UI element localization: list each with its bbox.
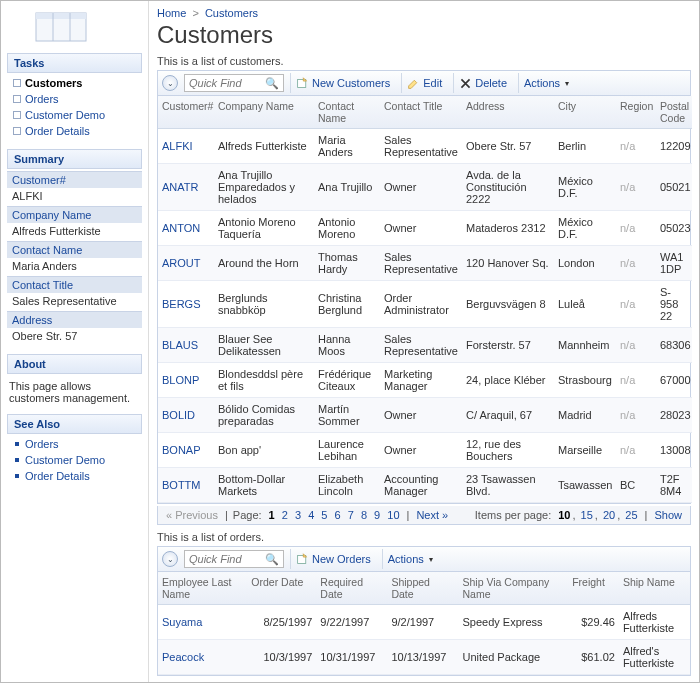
- delete-button[interactable]: Delete: [453, 73, 512, 93]
- quickfind-customers: 🔍: [184, 74, 284, 92]
- customers-grid: Customer#Company NameContact NameContact…: [157, 96, 691, 504]
- new-icon: [296, 77, 309, 90]
- column-header[interactable]: Freight: [568, 572, 619, 605]
- pager-page[interactable]: 3: [293, 509, 303, 521]
- pager-page[interactable]: 9: [372, 509, 382, 521]
- table-row[interactable]: ANATRAna Trujillo Emparedados y heladosA…: [158, 164, 692, 211]
- table-row[interactable]: BOTTMBottom-Dollar MarketsElizabeth Linc…: [158, 468, 692, 503]
- column-header[interactable]: Ship Name: [619, 572, 690, 605]
- about-text: This page allows customers management.: [7, 376, 142, 414]
- view-options-icon[interactable]: ⌄: [162, 551, 178, 567]
- box-icon: [13, 127, 21, 135]
- table-row[interactable]: BONAPBon app'Laurence LebihanOwner12, ru…: [158, 433, 692, 468]
- column-header[interactable]: Ship Via Company Name: [458, 572, 568, 605]
- summary-panel-title: Summary: [7, 149, 142, 169]
- pager-page[interactable]: 5: [319, 509, 329, 521]
- ipp-option[interactable]: 20: [601, 509, 617, 521]
- new-customers-button[interactable]: New Customers: [290, 73, 395, 93]
- summary-label: Contact Name: [7, 241, 142, 258]
- customers-toolbar: ⌄ 🔍 New Customers Edit Delete Actions ▾: [157, 70, 691, 96]
- edit-button[interactable]: Edit: [401, 73, 447, 93]
- pager-page[interactable]: 7: [346, 509, 356, 521]
- column-header[interactable]: Address: [462, 96, 554, 129]
- summary-value: ALFKI: [7, 188, 142, 206]
- tasks-panel-title: Tasks: [7, 53, 142, 73]
- breadcrumb: Home > Customers: [157, 5, 691, 21]
- column-header[interactable]: Region: [616, 96, 656, 129]
- seealso-item[interactable]: Orders: [7, 436, 142, 452]
- summary-value: Maria Anders: [7, 258, 142, 276]
- column-header[interactable]: Contact Title: [380, 96, 462, 129]
- column-header[interactable]: Shipped Date: [387, 572, 458, 605]
- seealso-item[interactable]: Order Details: [7, 468, 142, 484]
- column-header[interactable]: Postal Code: [656, 96, 692, 129]
- column-header[interactable]: Required Date: [316, 572, 387, 605]
- quickfind-orders: 🔍: [184, 550, 284, 568]
- seealso-item[interactable]: Customer Demo: [7, 452, 142, 468]
- summary-value: Obere Str. 57: [7, 328, 142, 346]
- table-row[interactable]: ANTONAntonio Moreno TaqueríaAntonio More…: [158, 211, 692, 246]
- column-header[interactable]: Employee Last Name: [158, 572, 247, 605]
- pager-page[interactable]: 4: [306, 509, 316, 521]
- search-icon[interactable]: 🔍: [263, 553, 281, 566]
- sidebar-task-item[interactable]: Order Details: [7, 123, 142, 139]
- pager-page[interactable]: 8: [359, 509, 369, 521]
- column-header[interactable]: Order Date: [247, 572, 316, 605]
- bullet-icon: [15, 442, 19, 446]
- pager-page[interactable]: 2: [280, 509, 290, 521]
- table-row[interactable]: ALFKIAlfreds FutterkisteMaria AndersSale…: [158, 129, 692, 164]
- sidebar-task-item[interactable]: Customer Demo: [7, 107, 142, 123]
- new-orders-button[interactable]: New Orders: [290, 549, 376, 569]
- summary-value: Sales Representative: [7, 293, 142, 311]
- new-icon: [296, 553, 309, 566]
- ipp-option[interactable]: 25: [623, 509, 639, 521]
- breadcrumb-home[interactable]: Home: [157, 7, 186, 19]
- column-header[interactable]: City: [554, 96, 616, 129]
- sidebar-task-item[interactable]: Orders: [7, 91, 142, 107]
- pager-page[interactable]: 1: [267, 509, 277, 521]
- pager-page-label: Page:: [233, 509, 262, 521]
- table-row[interactable]: BLONPBlondesddsl père et filsFrédérique …: [158, 363, 692, 398]
- sidebar-task-item[interactable]: Customers: [7, 75, 142, 91]
- table-row[interactable]: BOLIDBólido Comidas preparadasMartín Som…: [158, 398, 692, 433]
- ipp-option[interactable]: 10: [556, 509, 572, 521]
- actions-dropdown[interactable]: Actions ▾: [518, 73, 574, 93]
- orders-toolbar: ⌄ 🔍 New Orders Actions ▾: [157, 546, 691, 572]
- bullet-icon: [15, 474, 19, 478]
- pager-show[interactable]: Show: [652, 509, 684, 521]
- svg-rect-1: [36, 13, 86, 19]
- delete-icon: [459, 77, 472, 90]
- box-icon: [13, 111, 21, 119]
- view-options-icon[interactable]: ⌄: [162, 75, 178, 91]
- pager-page[interactable]: 6: [333, 509, 343, 521]
- app-logo-icon: [35, 7, 87, 47]
- pager-prev[interactable]: « Previous: [164, 509, 220, 521]
- orders-actions-dropdown[interactable]: Actions ▾: [382, 549, 438, 569]
- ipp-option[interactable]: 15: [579, 509, 595, 521]
- column-header[interactable]: Contact Name: [314, 96, 380, 129]
- bullet-icon: [15, 458, 19, 462]
- pager-page[interactable]: 10: [385, 509, 401, 521]
- page-title: Customers: [157, 21, 691, 49]
- column-header[interactable]: Company Name: [214, 96, 314, 129]
- search-icon[interactable]: 🔍: [263, 77, 281, 90]
- quickfind-customers-input[interactable]: [187, 77, 263, 89]
- customers-desc: This is a list of customers.: [157, 55, 691, 67]
- table-row[interactable]: Suyama8/25/19979/22/19979/2/1997Speedy E…: [158, 605, 690, 640]
- summary-value: Alfreds Futterkiste: [7, 223, 142, 241]
- box-icon: [13, 79, 21, 87]
- table-row[interactable]: BLAUSBlauer See DelikatessenHanna MoosSa…: [158, 328, 692, 363]
- orders-desc: This is a list of orders.: [157, 531, 691, 543]
- summary-label: Customer#: [7, 171, 142, 188]
- pager-next[interactable]: Next »: [414, 509, 450, 521]
- edit-icon: [407, 77, 420, 90]
- table-row[interactable]: Peacock10/3/199710/31/199710/13/1997Unit…: [158, 640, 690, 675]
- table-row[interactable]: AROUTAround the HornThomas HardySales Re…: [158, 246, 692, 281]
- summary-label: Address: [7, 311, 142, 328]
- table-row[interactable]: BERGSBerglunds snabbköpChristina Berglun…: [158, 281, 692, 328]
- box-icon: [13, 95, 21, 103]
- summary-label: Contact Title: [7, 276, 142, 293]
- breadcrumb-current[interactable]: Customers: [205, 7, 258, 19]
- quickfind-orders-input[interactable]: [187, 553, 263, 565]
- column-header[interactable]: Customer#: [158, 96, 214, 129]
